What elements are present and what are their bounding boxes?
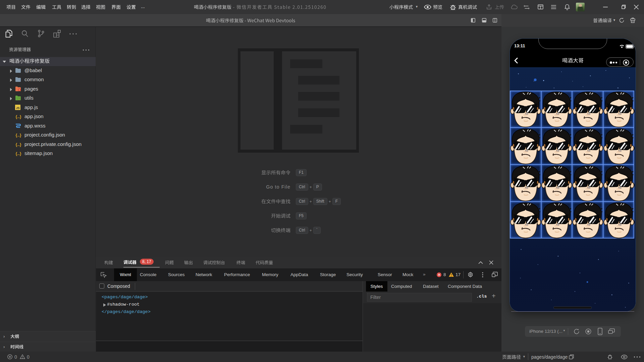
svg-text:{..}: {..} — [15, 151, 21, 156]
svg-text:{..}: {..} — [15, 133, 21, 138]
svg-text:{..}: {..} — [15, 142, 21, 147]
svg-text:JS: JS — [16, 106, 19, 110]
svg-text:{..}: {..} — [15, 114, 21, 119]
